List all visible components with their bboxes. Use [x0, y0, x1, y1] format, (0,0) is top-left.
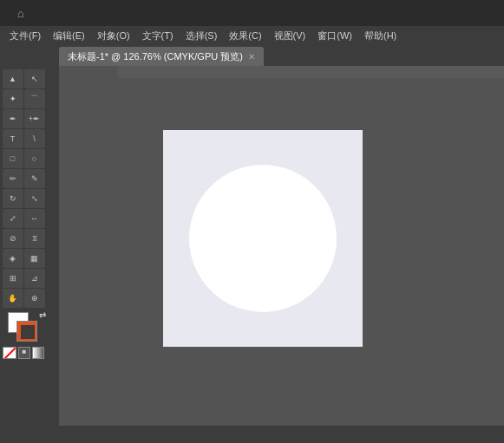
status-bar [0, 426, 504, 443]
tool-blend[interactable]: ⧖ [24, 229, 45, 248]
ruler-horizontal [118, 66, 504, 78]
no-color-button[interactable] [3, 347, 16, 359]
tool-pencil[interactable]: ✎ [24, 169, 45, 188]
tool-width[interactable]: ↔ [24, 209, 45, 228]
menu-item-编辑(E)[interactable]: 编辑(E) [47, 28, 91, 44]
tool-magic-wand[interactable]: ✦ [3, 89, 23, 108]
toolbar: ▲↖✦⌒✒+✒T\□○✏✎↻⤡⤢↔⊘⧖◈▦⊞⊿✋⊕ ⇄ ■ [0, 66, 59, 426]
tool-ellipse[interactable]: ○ [24, 149, 45, 168]
tool-bar-chart[interactable]: ▦ [24, 249, 45, 268]
tool-direct-select[interactable]: ↖ [24, 69, 45, 88]
tool-hand[interactable]: ✋ [3, 289, 23, 308]
menu-item-文件(F)[interactable]: 文件(F) [3, 28, 47, 44]
menu-item-帮助(H)[interactable]: 帮助(H) [358, 28, 403, 44]
tab-bar: 未标题-1* @ 126.76% (CMYK/GPU 预览)✕ [0, 45, 504, 66]
swap-colors-button[interactable]: ⇄ [39, 310, 46, 320]
title-bar: ⌂ [0, 0, 504, 26]
menu-item-文字(T)[interactable]: 文字(T) [136, 28, 180, 44]
tool-rect[interactable]: □ [3, 149, 23, 168]
stroke-color-box[interactable] [16, 321, 37, 342]
tool-type[interactable]: T [3, 129, 23, 148]
tab-document[interactable]: 未标题-1* @ 126.76% (CMYK/GPU 预览)✕ [59, 47, 264, 66]
tool-add-anchor[interactable]: +✒ [24, 109, 45, 128]
gradient-button[interactable] [32, 347, 44, 359]
tool-pen[interactable]: ✒ [3, 109, 23, 128]
artboard [163, 130, 363, 347]
tool-zoom[interactable]: ⊕ [24, 289, 45, 308]
fill-stroke-indicator: ⇄ [8, 312, 39, 343]
tool-select[interactable]: ▲ [3, 69, 23, 88]
tool-scale[interactable]: ⤡ [24, 189, 45, 208]
tool-warp[interactable]: ⤢ [3, 209, 23, 228]
tool-lasso[interactable]: ⌒ [24, 89, 45, 108]
tool-line[interactable]: \ [24, 129, 45, 148]
home-icon[interactable]: ⌂ [17, 7, 24, 20]
color-area: ⇄ ■ [0, 309, 47, 362]
menu-item-视图(V)[interactable]: 视图(V) [268, 28, 312, 44]
menu-item-对象(O)[interactable]: 对象(O) [91, 28, 136, 44]
color-button[interactable]: ■ [18, 347, 30, 359]
tool-paintbrush[interactable]: ✏ [3, 169, 23, 188]
tool-slice[interactable]: ⊿ [24, 269, 45, 288]
tool-eyedropper[interactable]: ⊘ [3, 229, 23, 248]
tool-rotate[interactable]: ↻ [3, 189, 23, 208]
menu-item-选择(S)[interactable]: 选择(S) [180, 28, 224, 44]
main-area: ▲↖✦⌒✒+✒T\□○✏✎↻⤡⤢↔⊘⧖◈▦⊞⊿✋⊕ ⇄ ■ [0, 66, 504, 426]
tool-artboard[interactable]: ⊞ [3, 269, 23, 288]
menu-item-效果(C)[interactable]: 效果(C) [223, 28, 267, 44]
tab-label: 未标题-1* @ 126.76% (CMYK/GPU 预览) [68, 50, 243, 63]
circle-shape [189, 165, 337, 312]
menu-item-窗口(W)[interactable]: 窗口(W) [311, 28, 358, 44]
color-controls: ■ [3, 347, 44, 359]
tools-panel: ▲↖✦⌒✒+✒T\□○✏✎↻⤡⤢↔⊘⧖◈▦⊞⊿✋⊕ ⇄ ■ [0, 66, 47, 366]
canvas-area[interactable] [59, 78, 504, 426]
tool-symbol[interactable]: ◈ [3, 249, 23, 268]
tab-close-button[interactable]: ✕ [248, 52, 255, 62]
menu-bar: 文件(F)编辑(E)对象(O)文字(T)选择(S)效果(C)视图(V)窗口(W)… [0, 26, 504, 45]
